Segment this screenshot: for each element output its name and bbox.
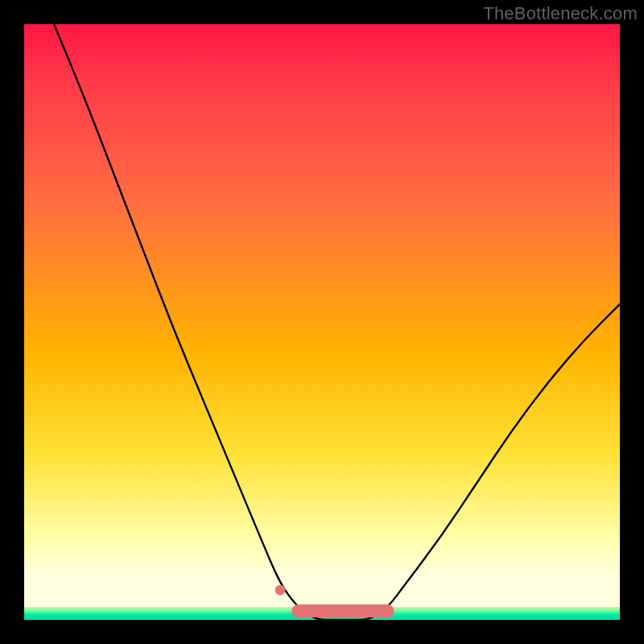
curve-svg xyxy=(24,24,620,620)
valley-dot-marker xyxy=(275,585,286,596)
watermark-text: TheBottleneck.com xyxy=(483,3,638,24)
chart-frame: TheBottleneck.com xyxy=(0,0,644,644)
bottleneck-curve xyxy=(54,24,620,620)
plot-area xyxy=(24,24,620,620)
